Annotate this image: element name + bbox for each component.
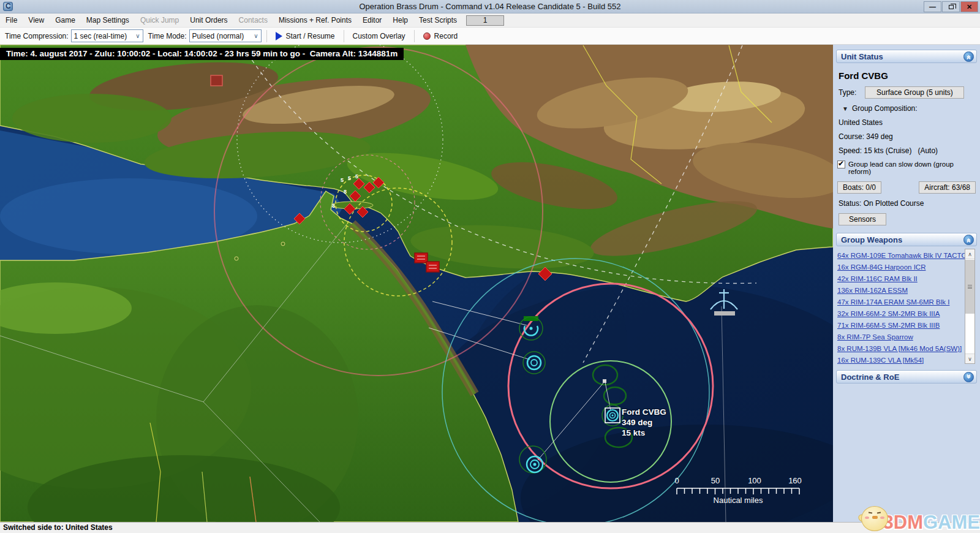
svg-text:5: 5 xyxy=(348,175,351,181)
menu-item[interactable]: Unit Orders xyxy=(184,14,233,26)
menu-item[interactable]: Map Settings xyxy=(81,14,135,26)
time-compression-select[interactable]: 1 sec (real-time) ∨ xyxy=(71,29,143,42)
close-button[interactable]: ✕ xyxy=(960,1,978,12)
weapon-link[interactable]: 16x RGM-84G Harpoon ICR xyxy=(837,263,962,272)
boats-button[interactable]: Boats: 0/0 xyxy=(837,181,881,194)
record-button[interactable]: Record xyxy=(420,30,462,42)
svg-text:100: 100 xyxy=(748,476,761,485)
menu-item[interactable]: Help xyxy=(387,14,413,26)
record-icon xyxy=(423,32,431,40)
menu-item[interactable]: View xyxy=(23,14,50,26)
custom-overlay-button[interactable]: Custom Overlay xyxy=(349,30,409,42)
menu-counter-box[interactable]: 1 xyxy=(466,15,504,26)
mascot-icon xyxy=(860,504,891,532)
group-weapons-list: 64x RGM-109E Tomahawk Blk IV TACTOM16x R… xyxy=(837,249,977,364)
restore-button[interactable] xyxy=(942,1,960,12)
unit-speed: Speed: 15 kts (Cruise) (Auto) xyxy=(839,146,977,155)
time-mode-select[interactable]: Pulsed (normal) ∨ xyxy=(189,29,262,42)
group-weapons-header[interactable]: Group Weapons xyxy=(836,233,977,246)
svg-text:50: 50 xyxy=(711,476,720,485)
type-button[interactable]: Surface Group (5 units) xyxy=(865,86,964,99)
status-message: Switched side to: United States xyxy=(3,523,113,532)
time-compression-label: Time Compression: xyxy=(5,32,69,40)
scroll-up-icon[interactable]: ∧ xyxy=(965,249,974,259)
svg-text:8: 8 xyxy=(332,203,335,209)
weapon-link[interactable]: 47x RIM-174A ERAM SM-6MR Blk I xyxy=(837,298,962,307)
group-lead-checkbox-row[interactable]: Group lead can slow down (group reform) xyxy=(837,161,977,175)
checkbox-checked-icon[interactable] xyxy=(837,161,845,168)
svg-text:Ford CVBG: Ford CVBG xyxy=(622,407,666,417)
toolbar-separator xyxy=(414,30,415,42)
restore-icon xyxy=(949,5,954,9)
unit-course: Course: 349 deg xyxy=(839,132,977,141)
svg-text:5: 5 xyxy=(341,177,344,183)
weapon-link[interactable]: 8x RUM-139B VLA [Mk46 Mod 5A(SW)] xyxy=(837,344,962,353)
unit-side: United States xyxy=(839,118,977,127)
map-terrain xyxy=(0,45,833,522)
toolbar-separator xyxy=(266,30,267,42)
map-canvas[interactable]: 5 5 5 8 8 xyxy=(0,45,833,522)
aircraft-button[interactable]: Aircraft: 63/68 xyxy=(919,181,976,194)
selected-unit-ford-cvbg[interactable] xyxy=(602,405,623,426)
toolbar: Time Compression: 1 sec (real-time) ∨ Ti… xyxy=(0,28,980,45)
svg-text:8: 8 xyxy=(344,189,347,195)
group-composition-toggle[interactable]: ▼ Group Composition: xyxy=(839,104,977,113)
weapon-link[interactable]: 32x RIM-66M-2 SM-2MR Blk IIIA xyxy=(837,309,962,319)
window-title: Operation Brass Drum - Command v1.04 Rel… xyxy=(0,2,980,11)
chevron-down-icon: ∨ xyxy=(135,32,140,39)
minimize-button[interactable]: — xyxy=(924,1,941,12)
start-resume-button[interactable]: Start / Resume xyxy=(272,30,339,42)
neutral-surface-contact[interactable] xyxy=(714,311,735,316)
weapon-link[interactable]: 42x RIM-116C RAM Blk II xyxy=(837,274,962,284)
application-window: Operation Brass Drum - Command v1.04 Rel… xyxy=(0,0,980,533)
map-area[interactable]: 5 5 5 8 8 xyxy=(0,45,833,522)
unit-status-header[interactable]: Unit Status xyxy=(836,50,977,63)
watermark: 3DMGAME xyxy=(860,504,980,532)
toolbar-separator xyxy=(344,30,344,42)
collapse-up-icon[interactable] xyxy=(963,51,974,62)
chevron-down-icon: ▼ xyxy=(842,105,848,112)
weapon-link[interactable]: 8x RIM-7P Sea Sparrow xyxy=(837,333,962,342)
status-bar: Switched side to: United States xyxy=(0,522,980,533)
weapon-link[interactable]: 136x RIM-162A ESSM xyxy=(837,286,962,295)
unit-status-text: Status: On Plotted Course xyxy=(839,199,977,208)
menu-item[interactable]: Contacts xyxy=(233,14,273,26)
play-icon xyxy=(276,32,282,40)
svg-text:0: 0 xyxy=(674,476,679,485)
menu-item[interactable]: Game xyxy=(50,14,81,26)
weapons-scrollbar[interactable]: ∧ ∨ xyxy=(965,249,975,364)
scroll-down-icon[interactable]: ∨ xyxy=(965,353,974,363)
unit-name: Ford CVBG xyxy=(839,70,977,81)
doctrine-roe-header[interactable]: Doctrine & RoE xyxy=(836,370,977,384)
scrollbar-thumb[interactable] xyxy=(965,260,974,314)
svg-text:160: 160 xyxy=(788,476,802,485)
watermark-text: 3DMGAME xyxy=(883,513,980,532)
menu-item[interactable]: Missions + Ref. Points xyxy=(273,14,357,26)
svg-text:15 kts: 15 kts xyxy=(622,428,645,437)
svg-text:Nautical miles: Nautical miles xyxy=(714,496,763,505)
svg-text:5: 5 xyxy=(355,173,358,180)
type-label: Type: xyxy=(839,88,856,97)
collapse-up-icon[interactable] xyxy=(963,235,974,245)
menu-item[interactable]: Test Scripts xyxy=(413,14,462,26)
svg-text:349 deg: 349 deg xyxy=(622,418,652,427)
menu-item[interactable]: Editor xyxy=(357,14,387,26)
weapon-link[interactable]: 16x RUM-139C VLA [Mk54] xyxy=(837,356,962,365)
waypoint-marker[interactable] xyxy=(603,379,606,383)
expand-down-icon[interactable] xyxy=(963,372,974,382)
menu-bar: FileViewGameMap SettingsQuick JumpUnit O… xyxy=(0,13,980,28)
menu-item[interactable]: Quick Jump xyxy=(135,14,184,26)
map-time-readout: Time: 4. august 2017 - Zulu: 10:00:02 - … xyxy=(0,48,404,60)
weapon-link[interactable]: 71x RIM-66M-5 SM-2MR Blk IIIB xyxy=(837,321,962,330)
time-mode-label: Time Mode: xyxy=(148,32,187,40)
title-bar: Operation Brass Drum - Command v1.04 Rel… xyxy=(0,0,980,13)
right-sidebar: Unit Status Ford CVBG Type: Surface Grou… xyxy=(833,45,980,522)
sensors-button[interactable]: Sensors xyxy=(839,213,886,225)
weapon-link[interactable]: 64x RGM-109E Tomahawk Blk IV TACTOM xyxy=(837,251,962,260)
menu-item[interactable]: File xyxy=(0,14,23,26)
chevron-down-icon: ∨ xyxy=(254,32,258,39)
